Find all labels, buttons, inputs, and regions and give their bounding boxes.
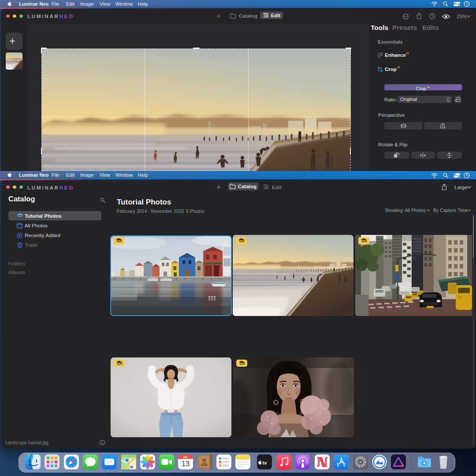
svg-text:13: 13 xyxy=(182,460,190,468)
svg-text:SEP: SEP xyxy=(183,455,188,458)
svg-text:tv: tv xyxy=(263,460,268,465)
